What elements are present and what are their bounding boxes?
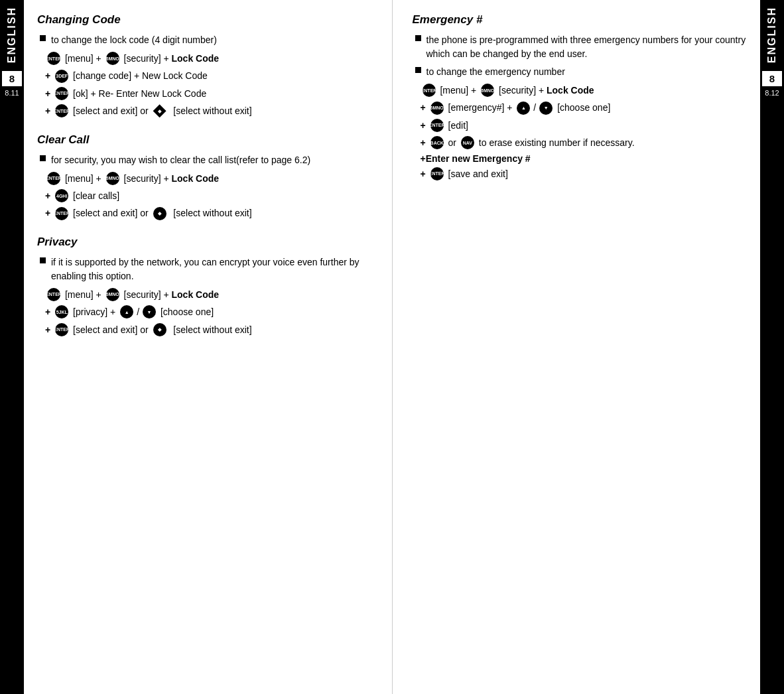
changing-code-instr-4: + ENTER [select and exit] or ◆ [select w… (37, 104, 372, 118)
emergency-heading: Emergency # (413, 13, 748, 27)
bullet-square-icon-3 (40, 257, 46, 263)
emergency-text-1: the phone is pre-programmed with three e… (426, 33, 748, 61)
changing-code-instr-1: ENTER [menu] + 6MNO [security] + Lock Co… (37, 51, 372, 66)
choose-one-text-1: [choose one] (158, 305, 214, 319)
privacy-text: if it is supported by the network, you c… (51, 255, 372, 283)
plus-2: + (45, 86, 50, 101)
right-page-sub: 8.12 (765, 89, 779, 97)
lockcode-text-1: Lock Code (172, 51, 220, 66)
edit-text: [edit] (446, 118, 468, 133)
5jkl-icon: 5JKL (55, 305, 68, 318)
plus-5: + (45, 206, 50, 220)
enter-icon-3: ENTER (55, 104, 68, 117)
4ghi-icon: 4GHI (55, 189, 68, 202)
privacy-instr-3: + ENTER [select and exit] or ◆ [select w… (37, 322, 372, 337)
privacy-instr-2: + 5JKL [privacy] + ▲ / ▼ [choose one] (37, 305, 372, 319)
enter-icon-9: ENTER (430, 119, 444, 132)
enter-icon-5: ENTER (55, 207, 68, 220)
privacy-instr-1: ENTER [menu] + 6MNO [security] + Lock Co… (37, 287, 372, 302)
security-icon-3: 6MNO (106, 288, 119, 301)
left-tab-label: ENGLISH (6, 7, 18, 63)
emergency-hash-text: [emergency#] + (446, 100, 515, 115)
select-exit-text-1: [select and exit] or (70, 104, 151, 118)
clear-call-text: for security, you may wish to clear the … (51, 153, 372, 167)
back-icon: BACK (430, 136, 444, 149)
menu-text-1: [menu] + (62, 51, 104, 66)
lockcode-text-4: Lock Code (547, 83, 594, 98)
plus-6: + (45, 305, 50, 319)
choose-one-text-2: [choose one] (555, 100, 610, 115)
bullet-square-icon-5 (415, 67, 421, 73)
enter-icon-8: ENTER (423, 84, 436, 97)
security-icon-4: 6MNO (481, 84, 494, 97)
clear-calls-text: [clear calls] (70, 188, 119, 203)
security-icon-1: 6MNO (106, 52, 119, 65)
enter-icon-10: ENTER (430, 167, 444, 180)
security-text-1: [security] + (121, 51, 172, 66)
enter-icon-4: ENTER (47, 172, 60, 185)
privacy-heading: Privacy (37, 236, 372, 249)
privacy-bullet: if it is supported by the network, you c… (37, 255, 372, 283)
clear-call-instr-2: + 4GHI [clear calls] (37, 188, 372, 203)
security-text-2: [security] + (121, 171, 172, 186)
ok-text: [ok] + Re- Enter New Lock Code (70, 86, 206, 101)
right-english-tab: ENGLISH 8 8.12 (760, 0, 784, 694)
slash-1: / (137, 305, 139, 319)
plus-11: + (421, 167, 426, 181)
emergency-instr-5: + ENTER [save and exit] (413, 167, 748, 181)
nav-icon-1: ◆ (153, 104, 166, 117)
slash-2: / (533, 100, 536, 115)
lockcode-text-3: Lock Code (172, 287, 220, 302)
bullet-square-icon-4 (415, 35, 421, 41)
up-icon-2: ▲ (517, 102, 530, 115)
down-icon-1: ▼ (143, 305, 156, 318)
or-text: or (446, 135, 459, 150)
changing-code-text: to change the lock code (4 digit number) (51, 33, 372, 47)
bullet-square-icon (40, 35, 46, 41)
down-icon-2: ▼ (539, 102, 553, 115)
menu-text-4: [menu] + (438, 83, 480, 98)
left-page-sub: 8.11 (5, 89, 19, 97)
enter-icon-6: ENTER (47, 288, 60, 301)
changing-code-heading: Changing Code (37, 13, 372, 27)
plus-4: + (45, 188, 50, 203)
enter-icon-1: ENTER (47, 52, 60, 65)
select-noexit-text-1: [select without exit] (168, 104, 252, 118)
change-code-text: [change code] + New Lock Code (70, 68, 208, 83)
enter-new-emergency-line: +Enter new Emergency # (413, 153, 748, 164)
main-content: Changing Code to change the lock code (4… (24, 0, 760, 694)
plus-7: + (45, 322, 50, 337)
select-exit-text-3: [select and exit] or (70, 322, 151, 337)
right-page: Emergency # the phone is pre-programmed … (393, 0, 761, 694)
changing-code-instr-2: + 3DEF [change code] + New Lock Code (37, 68, 372, 83)
left-page-number: 8 (2, 71, 22, 86)
security-icon-5: 6MNO (430, 102, 444, 115)
nav-icon-3: ◆ (153, 323, 166, 336)
nav-icon-2: ◆ (153, 207, 166, 220)
plus-3: + (45, 104, 50, 118)
plus-10: + (421, 135, 426, 150)
menu-text-2: [menu] + (62, 171, 104, 186)
changing-code-instr-3: + ENTER [ok] + Re- Enter New Lock Code (37, 86, 372, 101)
select-noexit-text-3: [select without exit] (168, 322, 252, 337)
nav-icon-4: NAV (461, 136, 474, 149)
changing-code-bullet: to change the lock code (4 digit number) (37, 33, 372, 47)
emergency-instr-4: + BACK or NAV to erase existing number i… (413, 135, 748, 150)
left-page: Changing Code to change the lock code (4… (24, 0, 393, 694)
erase-text: to erase existing number if necessary. (476, 135, 635, 150)
clear-call-bullet: for security, you may wish to clear the … (37, 153, 372, 167)
plus-1: + (45, 68, 50, 83)
plus-9: + (421, 118, 426, 133)
right-page-number: 8 (762, 71, 782, 86)
enter-icon-7: ENTER (55, 323, 68, 336)
3def-icon: 3DEF (55, 70, 68, 83)
emergency-instr-2: + 6MNO [emergency#] + ▲ / ▼ [choose one] (413, 100, 748, 115)
clear-call-instr-3: + ENTER [select and exit] or ◆ [select w… (37, 206, 372, 220)
plus-8: + (421, 100, 426, 115)
emergency-text-2: to change the emergency number (426, 65, 748, 79)
lockcode-text-2: Lock Code (172, 171, 220, 186)
menu-text-3: [menu] + (62, 287, 104, 302)
privacy-label-text: [privacy] + (70, 305, 118, 319)
emergency-instr-3: + ENTER [edit] (413, 118, 748, 133)
up-icon-1: ▲ (120, 305, 133, 318)
